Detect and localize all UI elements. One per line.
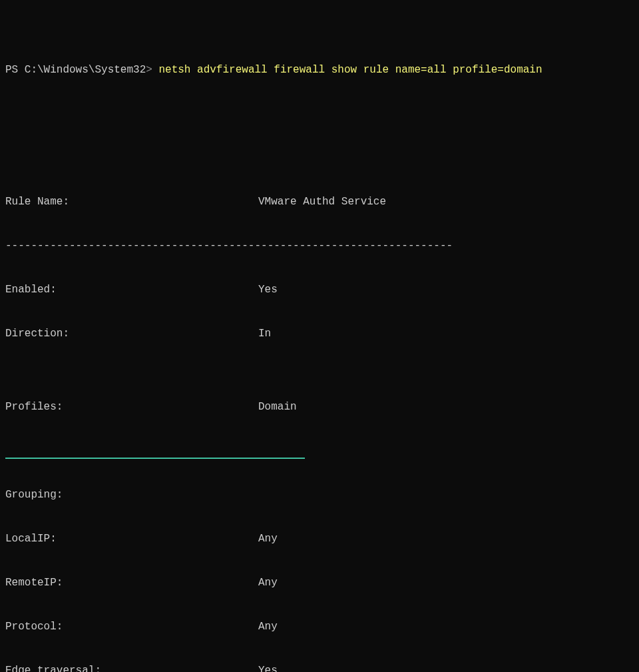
prompt-line: PS C:\Windows\System32> netsh advfirewal… — [5, 48, 634, 77]
row-grouping: Grouping: — [5, 488, 634, 502]
blank-line — [5, 121, 634, 136]
row-direction: Direction:In — [5, 326, 634, 341]
command-text: netsh advfirewall firewall show rule nam… — [158, 64, 542, 76]
row-protocol: Protocol:Any — [5, 619, 634, 634]
value-remoteip: Any — [258, 575, 278, 590]
value-localip: Any — [258, 531, 278, 546]
row-edge: Edge traversal:Yes — [5, 663, 634, 672]
label-direction: Direction: — [5, 326, 258, 341]
value-enabled: Yes — [258, 282, 278, 297]
row-localip: LocalIP:Any — [5, 531, 634, 546]
label-edge: Edge traversal: — [5, 663, 258, 672]
terminal-output[interactable]: PS C:\Windows\System32> netsh advfirewal… — [0, 0, 639, 672]
value-rule-name: VMware Authd Service — [258, 194, 386, 209]
label-enabled: Enabled: — [5, 282, 258, 297]
label-rule-name: Rule Name: — [5, 194, 258, 209]
profiles-highlight: Profiles:Domain — [5, 370, 634, 458]
rule-name-row: Rule Name:VMware Authd Service — [5, 194, 634, 209]
highlight-bar-icon — [5, 458, 305, 459]
row-profiles: Profiles:Domain — [5, 400, 634, 414]
label-protocol: Protocol: — [5, 619, 258, 634]
label-localip: LocalIP: — [5, 531, 258, 546]
separator: ----------------------------------------… — [5, 238, 634, 253]
row-remoteip: RemoteIP:Any — [5, 575, 634, 590]
value-profiles: Domain — [258, 400, 297, 414]
label-grouping: Grouping: — [5, 488, 258, 502]
prompt-caret: > — [146, 64, 152, 76]
label-profiles: Profiles: — [5, 400, 258, 414]
value-direction: In — [258, 326, 271, 341]
label-remoteip: RemoteIP: — [5, 575, 258, 590]
prompt-path: PS C:\Windows\System32 — [5, 64, 146, 76]
value-protocol: Any — [258, 619, 278, 634]
value-edge: Yes — [258, 663, 278, 672]
row-enabled: Enabled:Yes — [5, 282, 634, 297]
